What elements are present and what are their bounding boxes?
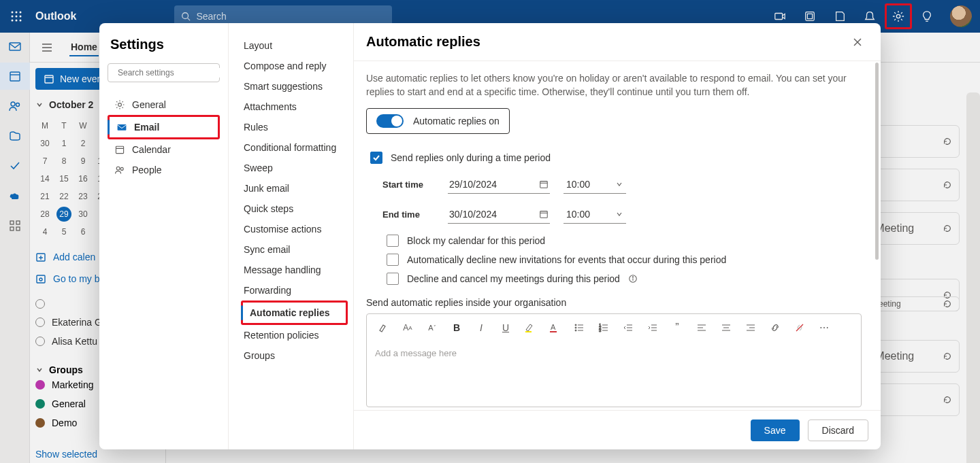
end-date-input[interactable]: 30/10/2024 xyxy=(448,205,550,224)
italic-button[interactable]: I xyxy=(474,321,488,335)
svg-rect-54 xyxy=(550,331,557,332)
calendar-icon xyxy=(539,209,549,219)
settings-nav-calendar[interactable]: Calendar xyxy=(108,139,220,160)
start-time-value: 10:00 xyxy=(566,179,590,190)
svg-point-57 xyxy=(575,327,576,328)
settings-modal: Settings GeneralEmailCalendarPeople Layo… xyxy=(99,23,881,449)
settings-sub-junk-email[interactable]: Junk email xyxy=(241,178,348,199)
gear-icon xyxy=(114,99,125,110)
end-time-value: 10:00 xyxy=(566,209,590,220)
format-painter-icon[interactable] xyxy=(376,321,390,335)
outdent-icon[interactable] xyxy=(621,321,635,335)
settings-sub-quick-steps[interactable]: Quick steps xyxy=(241,199,348,219)
settings-subnav: LayoutCompose and replySmart suggestions… xyxy=(229,23,354,449)
svg-rect-45 xyxy=(540,181,548,188)
underline-button[interactable]: U xyxy=(499,321,512,335)
start-date-input[interactable]: 29/10/2024 xyxy=(448,175,550,194)
settings-search-input[interactable] xyxy=(118,68,220,78)
align-center-icon[interactable] xyxy=(719,321,733,335)
opt-cancel-meetings[interactable]: Decline and cancel my meetings during th… xyxy=(387,273,862,285)
internal-replies-label: Send automatic replies inside your organ… xyxy=(366,297,862,308)
panel-title: Automatic replies xyxy=(366,34,480,50)
svg-point-55 xyxy=(575,324,576,326)
panel-header: Automatic replies xyxy=(354,23,881,61)
settings-sub-attachments[interactable]: Attachments xyxy=(241,97,348,117)
settings-sub-smart-suggestions[interactable]: Smart suggestions xyxy=(241,76,348,97)
bold-button[interactable]: B xyxy=(450,321,463,335)
svg-point-37 xyxy=(118,103,122,107)
toggle-label: Automatic replies on xyxy=(413,116,500,126)
calendar-icon xyxy=(114,144,125,155)
opt-block-label: Block my calendar for this period xyxy=(407,235,545,246)
quote-icon[interactable]: ” xyxy=(670,321,684,335)
bullets-icon[interactable] xyxy=(572,321,586,335)
link-icon[interactable] xyxy=(768,321,782,335)
scrollbar-thumb[interactable] xyxy=(875,63,879,260)
auto-replies-toggle[interactable]: Automatic replies on xyxy=(366,108,510,134)
checkbox-icon xyxy=(387,254,399,266)
svg-point-59 xyxy=(575,330,576,331)
toggle-switch-icon xyxy=(376,114,404,128)
svg-point-51 xyxy=(632,277,633,277)
panel-intro: Use automatic replies to let others know… xyxy=(366,72,862,99)
svg-point-41 xyxy=(116,167,120,170)
settings-sub-compose-and-reply[interactable]: Compose and reply xyxy=(241,56,348,76)
numbering-icon[interactable]: 123 xyxy=(597,321,610,335)
indent-icon[interactable] xyxy=(646,321,659,335)
calendar-icon xyxy=(539,179,549,189)
discard-button[interactable]: Discard xyxy=(808,419,868,441)
svg-rect-38 xyxy=(118,124,127,131)
message-textarea[interactable]: Add a message here xyxy=(367,341,861,407)
settings-sub-forwarding[interactable]: Forwarding xyxy=(241,280,348,301)
settings-sub-rules[interactable]: Rules xyxy=(241,117,348,137)
settings-sub-customise-actions[interactable]: Customise actions xyxy=(241,219,348,239)
opt-decline-new-label: Automatically decline new invitations fo… xyxy=(407,254,726,265)
settings-search[interactable] xyxy=(108,63,220,82)
settings-nav-email[interactable]: Email xyxy=(108,115,220,139)
opt-decline-new[interactable]: Automatically decline new invitations fo… xyxy=(387,254,862,266)
end-time-input[interactable]: 10:00 xyxy=(564,205,626,224)
opt-block-calendar[interactable]: Block my calendar for this period xyxy=(387,235,862,247)
chevron-down-icon xyxy=(615,180,623,188)
settings-sub-layout[interactable]: Layout xyxy=(241,35,348,56)
start-time-label: Start time xyxy=(382,179,434,190)
close-button[interactable] xyxy=(847,31,868,53)
svg-rect-52 xyxy=(525,331,532,332)
checkbox-icon xyxy=(387,235,399,247)
settings-sub-retention-policies[interactable]: Retention policies xyxy=(241,325,348,345)
svg-text:A: A xyxy=(551,323,556,331)
settings-nav-people[interactable]: People xyxy=(108,160,220,180)
font-size-up-icon[interactable]: AA xyxy=(401,321,414,335)
svg-text:3: 3 xyxy=(599,328,602,332)
align-right-icon[interactable] xyxy=(744,321,757,335)
end-date-value: 30/10/2024 xyxy=(449,209,497,220)
panel-body: Use automatic replies to let others know… xyxy=(354,61,881,410)
font-size-down-icon[interactable]: A˅ xyxy=(425,321,439,335)
save-button[interactable]: Save xyxy=(751,419,800,441)
panel-footer: Save Discard xyxy=(354,410,881,449)
settings-sub-conditional-formatting[interactable]: Conditional formatting xyxy=(241,137,348,158)
checkbox-icon xyxy=(387,273,399,285)
settings-sub-automatic-replies[interactable]: Automatic replies xyxy=(241,301,348,325)
settings-sub-message-handling[interactable]: Message handling xyxy=(241,260,348,280)
settings-sub-sync-email[interactable]: Sync email xyxy=(241,239,348,260)
mail-icon xyxy=(116,122,127,133)
opt-cancel-label: Decline and cancel my meetings during th… xyxy=(407,273,620,284)
chevron-down-icon xyxy=(615,210,623,218)
info-icon[interactable] xyxy=(628,274,638,284)
start-time-input[interactable]: 10:00 xyxy=(564,175,626,194)
highlight-icon[interactable] xyxy=(523,321,537,335)
settings-title: Settings xyxy=(108,37,220,52)
settings-nav-general[interactable]: General xyxy=(108,95,220,115)
time-period-checkbox-row[interactable]: Send replies only during a time period xyxy=(370,152,862,164)
rich-text-editor: AA A˅ B I U A 123 ” ⋯ xyxy=(366,313,862,407)
settings-sub-sweep[interactable]: Sweep xyxy=(241,158,348,178)
settings-sub-groups[interactable]: Groups xyxy=(241,345,348,366)
settings-panel: Automatic replies Use automatic replies … xyxy=(354,23,881,449)
more-formatting-icon[interactable]: ⋯ xyxy=(817,321,831,335)
svg-rect-39 xyxy=(116,146,123,153)
unlink-icon[interactable] xyxy=(793,321,806,335)
align-left-icon[interactable] xyxy=(695,321,708,335)
svg-rect-47 xyxy=(540,211,548,218)
font-color-icon[interactable]: A xyxy=(548,321,561,335)
